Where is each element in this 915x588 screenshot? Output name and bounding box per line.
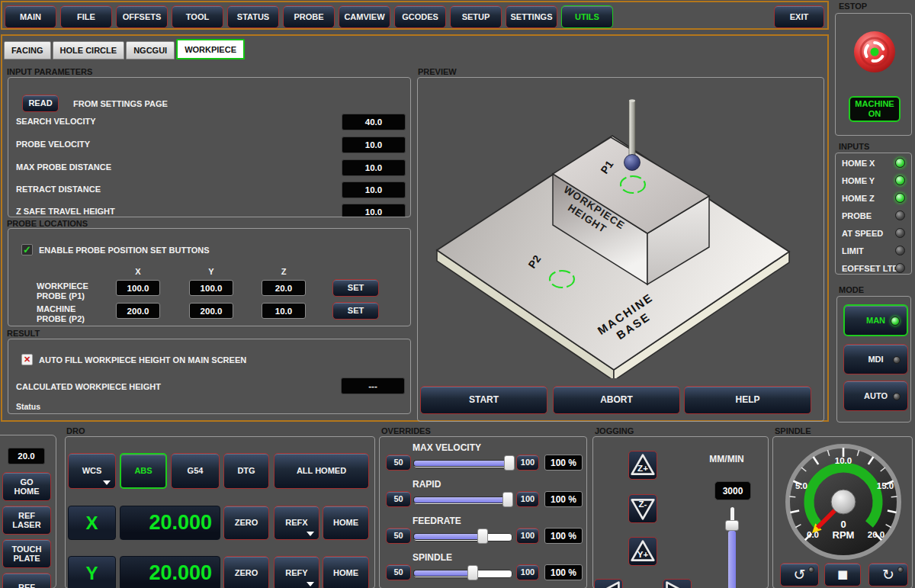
rapid-min-button[interactable]: 50 (386, 491, 411, 507)
ref-button[interactable]: REF (2, 573, 51, 588)
menu-gcodes[interactable]: GCODES (394, 5, 446, 28)
jog-y-plus-button[interactable]: Y+ (628, 537, 657, 566)
field-value-search-velocity[interactable]: 40.0 (342, 114, 406, 130)
spindle-stop-button[interactable]: ■ (824, 563, 861, 586)
machine-probe-z[interactable]: 10.0 (262, 303, 306, 319)
triangle-right-icon: X+ (664, 580, 690, 588)
slider-handle[interactable] (502, 492, 513, 507)
menu-camview[interactable]: CAMVIEW (339, 5, 390, 28)
mode-mdi-button[interactable]: MDI (843, 344, 908, 374)
svg-text:20.0: 20.0 (868, 530, 884, 539)
workpiece-probe-x[interactable]: 100.0 (116, 280, 160, 296)
max-velocity-min-button[interactable]: 50 (386, 455, 411, 471)
machine-probe-x[interactable]: 200.0 (116, 303, 160, 319)
slider-fill (413, 533, 483, 540)
rapid-label: RAPID (413, 479, 441, 490)
menu-settings[interactable]: SETTINGS (506, 5, 557, 28)
feedrate-percent: 100 % (544, 528, 583, 544)
go-home-button[interactable]: GO HOME (2, 472, 51, 501)
jog-z-minus-button[interactable]: Z- (628, 494, 657, 523)
jog-z-plus-button[interactable]: Z+ (628, 451, 657, 480)
probe-locations-box: ENABLE PROBE POSITION SET BUTTONS X Y Z … (8, 228, 411, 326)
read-button[interactable]: READ (22, 95, 59, 112)
bottom-area: 20.0 GO HOME REF LASER TOUCH PLATE REF D… (0, 426, 915, 588)
home-x-button[interactable]: HOME (323, 506, 369, 540)
feedrate-max-button[interactable]: 100 (516, 528, 539, 544)
menu-offsets[interactable]: OFFSETS (116, 5, 168, 28)
machine-on-button[interactable]: MACHINE ON (849, 96, 901, 122)
menu-probe[interactable]: PROBE (283, 5, 335, 28)
menu-setup[interactable]: SETUP (450, 5, 502, 28)
field-value-probe-velocity[interactable]: 10.0 (342, 137, 406, 153)
help-button[interactable]: HELP (684, 386, 811, 414)
menu-utils[interactable]: UTILS (561, 5, 613, 28)
rotate-cw-icon: ↻ (882, 567, 894, 583)
dro-x-value: 20.000 (120, 506, 220, 540)
slider-handle[interactable] (504, 455, 515, 471)
slider-handle[interactable] (467, 565, 478, 580)
workpiece-probe-y[interactable]: 100.0 (189, 280, 233, 296)
slider-handle[interactable] (477, 529, 488, 544)
all-homed-button[interactable]: ALL HOMED (274, 453, 369, 489)
machine-probe-set-button[interactable]: SET (332, 302, 379, 320)
machine-probe-y[interactable]: 200.0 (189, 303, 233, 319)
jog-x-plus-button[interactable]: X+ (663, 579, 692, 588)
svg-text:5.0: 5.0 (795, 481, 807, 490)
abort-button[interactable]: ABORT (553, 386, 680, 414)
menu-main[interactable]: MAIN (5, 5, 56, 28)
jogging-title: JOGGING (595, 426, 634, 435)
exit-button[interactable]: EXIT (774, 5, 824, 28)
jog-rate-slider[interactable] (724, 507, 740, 588)
home-y-button[interactable]: HOME (323, 556, 369, 588)
abs-button[interactable]: ABS (120, 453, 167, 489)
max-velocity-max-button[interactable]: 100 (516, 455, 539, 471)
rapid-max-button[interactable]: 100 (516, 491, 539, 507)
dtg-button[interactable]: DTG (223, 453, 269, 489)
field-value-max-probe-distance[interactable]: 10.0 (342, 159, 406, 176)
menu-file[interactable]: FILE (60, 5, 112, 28)
refx-button[interactable]: REFX (274, 506, 319, 540)
field-value-z-safe-travel[interactable]: 10.0 (342, 204, 406, 217)
tab-hole-circle[interactable]: HOLE CIRCLE (53, 41, 125, 59)
g54-button[interactable]: G54 (171, 453, 220, 489)
zero-y-button[interactable]: ZERO (223, 556, 269, 588)
spindle-ovr-min-button[interactable]: 50 (386, 564, 411, 580)
max-velocity-label: MAX VELOCITY (413, 442, 481, 453)
spindle-ccw-button[interactable]: ↺ (780, 563, 819, 586)
tab-ngcgui[interactable]: NGCGUI (126, 41, 175, 59)
spindle-ovr-max-button[interactable]: 100 (516, 564, 539, 580)
field-value-retract-distance[interactable]: 10.0 (342, 182, 406, 198)
mode-auto-button[interactable]: AUTO (843, 381, 908, 411)
ref-laser-button[interactable]: REF LASER (2, 506, 51, 535)
laser-offset-value[interactable]: 20.0 (8, 448, 45, 464)
menu-tool[interactable]: TOOL (172, 5, 223, 28)
field-label-probe-velocity: PROBE VELOCITY (16, 140, 90, 149)
jog-rate-value[interactable]: 3000 (714, 481, 751, 500)
enable-probe-set-checkbox[interactable] (21, 244, 33, 255)
start-button[interactable]: START (420, 386, 547, 414)
zero-x-button[interactable]: ZERO (223, 506, 269, 540)
jog-x-minus-button[interactable]: X- (594, 579, 623, 588)
wcs-dropdown-button[interactable]: WCS (68, 453, 116, 489)
input-label-limit: LIMIT (842, 246, 864, 255)
feedrate-slider[interactable] (413, 530, 512, 542)
workpiece-probe-z[interactable]: 20.0 (262, 280, 306, 296)
autofill-checkbox[interactable] (21, 354, 33, 365)
feedrate-min-button[interactable]: 50 (386, 528, 411, 544)
menu-status[interactable]: STATUS (227, 5, 279, 28)
spindle-cw-button[interactable]: ↻ (868, 563, 908, 586)
rapid-slider[interactable] (413, 493, 512, 506)
max-velocity-slider[interactable] (413, 457, 512, 469)
workpiece-probe-set-button[interactable]: SET (332, 279, 379, 297)
estop-button[interactable] (853, 31, 896, 73)
touch-plate-button[interactable]: TOUCH PLATE (2, 539, 51, 568)
mode-man-button[interactable]: MAN (843, 304, 908, 336)
tab-facing[interactable]: FACING (4, 41, 51, 59)
slider-handle[interactable] (725, 520, 739, 531)
estop-title: ESTOP (839, 2, 867, 11)
spindle-ovr-slider[interactable] (413, 567, 512, 579)
refx-label: REFX (285, 518, 307, 527)
chevron-down-icon (307, 532, 314, 536)
tab-workpiece[interactable]: WORKPIECE (176, 39, 245, 59)
refy-button[interactable]: REFY (274, 556, 319, 588)
